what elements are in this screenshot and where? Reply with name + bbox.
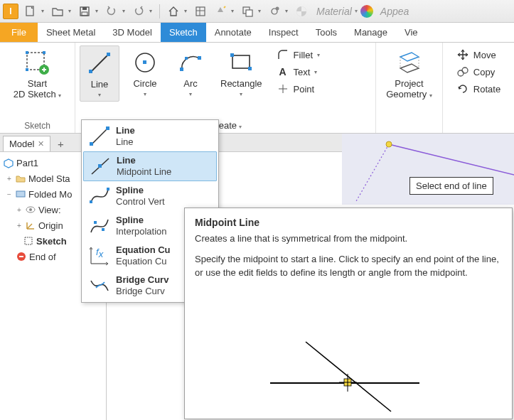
- svg-rect-3: [82, 12, 87, 16]
- return-dropdown-icon[interactable]: ▾: [284, 4, 289, 19]
- redo-icon[interactable]: [131, 4, 146, 19]
- model-tab[interactable]: Model✕: [3, 136, 50, 151]
- expand-icon[interactable]: +: [16, 206, 23, 214]
- add-tab-button[interactable]: +: [53, 136, 68, 151]
- text-icon: A: [277, 65, 289, 78]
- fillet-button[interactable]: Fillet▾: [275, 47, 321, 63]
- svg-rect-38: [16, 191, 25, 197]
- view-icon: [25, 204, 36, 215]
- sketch-node-icon: [23, 235, 34, 247]
- new-icon[interactable]: [23, 4, 38, 19]
- tab-inspect[interactable]: Inspect: [260, 23, 307, 42]
- svg-rect-24: [232, 55, 250, 68]
- svg-line-63: [306, 342, 391, 411]
- end-of-part-icon: [16, 251, 27, 262]
- svg-line-47: [389, 144, 514, 176]
- move-icon: [456, 48, 469, 61]
- spline-interp-icon: [87, 214, 112, 238]
- panel-modify-title: [477, 119, 479, 133]
- svg-line-50: [92, 129, 107, 144]
- material-dropdown-icon[interactable]: ▾: [355, 8, 358, 14]
- save-dropdown-icon[interactable]: ▾: [94, 4, 100, 19]
- return-icon[interactable]: [267, 4, 282, 19]
- start-2d-sketch-button[interactable]: Start2D Sketch ▾: [9, 45, 66, 103]
- project-geometry-icon: [395, 48, 423, 77]
- circle-icon: [131, 48, 159, 77]
- svg-rect-2: [82, 7, 87, 10]
- update-icon[interactable]: [213, 4, 228, 19]
- open-dropdown-icon[interactable]: ▾: [67, 4, 73, 19]
- svg-rect-46: [19, 256, 23, 257]
- appearance-swatch-icon[interactable]: [360, 5, 373, 18]
- svg-line-16: [91, 55, 108, 72]
- home-dropdown-icon[interactable]: ▾: [183, 4, 188, 19]
- tab-view[interactable]: Vie: [396, 23, 427, 42]
- folder-icon: [15, 173, 26, 184]
- svg-point-49: [386, 141, 392, 147]
- point-button[interactable]: Point: [275, 81, 321, 97]
- redo-dropdown-icon[interactable]: ▾: [148, 4, 154, 19]
- tab-manage[interactable]: Manage: [346, 23, 396, 42]
- project-geometry-button[interactable]: ProjectGeometry ▾: [382, 45, 437, 103]
- close-icon[interactable]: ✕: [38, 139, 44, 149]
- select-dropdown-icon[interactable]: ▾: [257, 4, 262, 19]
- svg-rect-13: [26, 68, 28, 71]
- svg-rect-6: [246, 10, 252, 16]
- svg-line-48: [356, 144, 389, 201]
- arc-button[interactable]: Arc ▾: [171, 45, 210, 100]
- material-label: Material: [316, 6, 352, 17]
- line-dropdown-icon[interactable]: ▾: [98, 92, 101, 98]
- line-button[interactable]: Line ▾: [80, 45, 119, 102]
- point-icon: [277, 82, 289, 95]
- undo-icon[interactable]: [104, 4, 119, 19]
- menu-item-spline-cv[interactable]: SplineControl Vert: [82, 181, 218, 211]
- save-icon[interactable]: [77, 4, 92, 19]
- part-icon: [3, 157, 14, 168]
- svg-rect-20: [143, 60, 146, 64]
- select-icon[interactable]: [240, 4, 255, 19]
- arc-label: Arc: [183, 79, 198, 90]
- undo-dropdown-icon[interactable]: ▾: [121, 4, 127, 19]
- new-dropdown-icon[interactable]: ▾: [40, 4, 45, 19]
- arc-dropdown-icon[interactable]: ▾: [189, 91, 192, 97]
- text-button[interactable]: AText▾: [275, 64, 321, 80]
- svg-point-40: [29, 208, 32, 211]
- spline-cv-icon: [87, 184, 112, 208]
- checker-icon[interactable]: [294, 4, 309, 19]
- material-selector[interactable]: Material ▾ Appea: [316, 5, 409, 18]
- start-sketch-icon: [23, 48, 51, 77]
- open-icon[interactable]: [50, 4, 65, 19]
- collapse-icon[interactable]: −: [6, 190, 13, 198]
- move-button[interactable]: Move: [455, 47, 502, 63]
- svg-rect-25: [230, 53, 234, 57]
- rotate-button[interactable]: Rotate: [455, 81, 502, 97]
- team-icon[interactable]: [193, 4, 208, 19]
- fillet-icon: [277, 48, 289, 61]
- tab-sketch[interactable]: Sketch: [161, 23, 206, 42]
- tab-tools[interactable]: Tools: [307, 23, 346, 42]
- appearance-label: Appea: [380, 6, 409, 17]
- tab-3d-model[interactable]: 3D Model: [104, 23, 161, 42]
- tooltip-illustration: [185, 328, 512, 416]
- quick-access-toolbar: I ▾ ▾ ▾ ▾ ▾ ▾ ▾ ▾ ▾ Material ▾ Appea: [0, 0, 514, 23]
- tab-file[interactable]: File: [0, 23, 38, 42]
- separator: [159, 4, 160, 18]
- panel-project-title: [408, 119, 410, 133]
- arc-icon: [176, 48, 205, 77]
- menu-item-midpoint-line[interactable]: LineMidpoint Line: [83, 151, 217, 181]
- tab-sheet-metal[interactable]: Sheet Metal: [38, 23, 104, 42]
- svg-rect-44: [25, 237, 32, 244]
- folded-model-icon: [15, 188, 26, 200]
- circle-label: Circle: [133, 79, 156, 90]
- menu-item-line[interactable]: LineLine: [82, 122, 218, 151]
- update-dropdown-icon[interactable]: ▾: [230, 4, 235, 19]
- copy-button[interactable]: Copy: [455, 64, 502, 80]
- rectangle-dropdown-icon[interactable]: ▾: [240, 91, 242, 97]
- expand-icon[interactable]: +: [6, 175, 13, 183]
- circle-button[interactable]: Circle ▾: [125, 45, 165, 100]
- expand-icon[interactable]: +: [16, 222, 23, 230]
- tab-annotate[interactable]: Annotate: [206, 23, 260, 42]
- home-icon[interactable]: [166, 4, 181, 19]
- circle-dropdown-icon[interactable]: ▾: [144, 91, 146, 97]
- rectangle-button[interactable]: Rectangle ▾: [216, 45, 267, 100]
